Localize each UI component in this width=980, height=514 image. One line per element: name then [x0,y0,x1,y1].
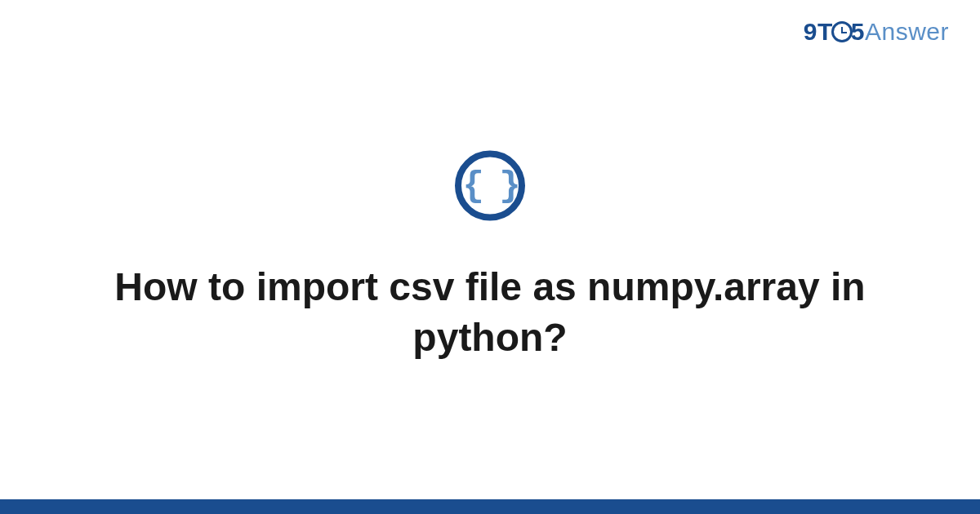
footer-bar [0,499,980,514]
logo-text-9t: 9T [804,18,833,45]
logo-text-answer: Answer [865,18,949,45]
site-logo: 9T5Answer [804,18,949,46]
main-content: { } How to import csv file as numpy.arra… [0,151,980,364]
clock-icon [831,21,853,42]
question-title: How to import csv file as numpy.array in… [65,262,915,364]
braces-glyph: { } [462,168,517,204]
logo-text-5: 5 [851,18,865,45]
code-braces-icon: { } [455,151,525,221]
